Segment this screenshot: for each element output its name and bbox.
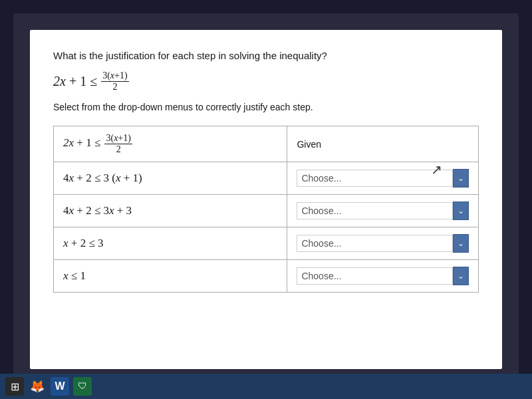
dropdown-btn-3[interactable]: ⌄: [453, 201, 469, 220]
instruction: Select from the drop-down menus to corre…: [53, 102, 479, 112]
screen: What is the justification for each step …: [13, 13, 519, 386]
dropdown-text-4: Choose...: [297, 235, 453, 252]
step-cell-2: 4x + 2 ≤ 3 (x + 1): [54, 162, 287, 195]
start-button[interactable]: ⊞: [5, 377, 24, 396]
dropdown-5[interactable]: Choose... ⌄: [297, 267, 469, 285]
table-row: 4x + 2 ≤ 3 (x + 1) Choose... ⌄: [54, 162, 479, 195]
dropdown-3[interactable]: Choose... ⌄: [297, 201, 469, 220]
dropdown-btn-5[interactable]: ⌄: [453, 267, 469, 285]
table-row: x + 2 ≤ 3 Choose... ⌄: [54, 227, 479, 260]
word-icon[interactable]: W: [51, 377, 69, 396]
step-cell-1: 2x + 1 ≤ 3(x+1) 2: [54, 126, 287, 162]
justify-cell-1: Given: [287, 126, 479, 162]
dropdown-text-2: Choose...: [297, 170, 453, 187]
step-cell-5: x ≤ 1: [54, 260, 287, 293]
step-cell-3: 4x + 2 ≤ 3x + 3: [54, 195, 287, 227]
table-row: 4x + 2 ≤ 3x + 3 Choose... ⌄: [54, 195, 479, 227]
step-cell-4: x + 2 ≤ 3: [54, 227, 287, 260]
firefox-icon[interactable]: 🦊: [28, 377, 47, 396]
equation-lhs: 2x + 1 ≤: [53, 74, 97, 89]
paper: What is the justification for each step …: [30, 30, 502, 369]
dropdown-text-3: Choose...: [297, 202, 453, 219]
justify-cell-3: Choose... ⌄: [287, 195, 479, 227]
table-row: 2x + 1 ≤ 3(x+1) 2 Given: [54, 126, 479, 162]
justify-cell-4: Choose... ⌄: [287, 227, 479, 260]
justify-cell-2: Choose... ⌄: [287, 162, 479, 195]
table-row: x ≤ 1 Choose... ⌄: [54, 260, 479, 293]
shield-icon[interactable]: 🛡: [73, 377, 92, 396]
dropdown-text-5: Choose...: [297, 267, 453, 285]
dropdown-btn-2[interactable]: ⌄: [453, 169, 469, 188]
main-equation: 2x + 1 ≤ 3(x+1) 2: [53, 70, 479, 92]
dropdown-4[interactable]: Choose... ⌄: [297, 234, 469, 253]
taskbar: ⊞ 🦊 W 🛡: [0, 374, 532, 399]
question-title: What is the justification for each step …: [53, 50, 479, 61]
cursor-arrow: ↖: [431, 162, 442, 178]
steps-table: 2x + 1 ≤ 3(x+1) 2 Given 4x + 2 ≤ 3 (x + …: [53, 126, 479, 293]
justify-cell-5: Choose... ⌄: [287, 260, 479, 293]
dropdown-btn-4[interactable]: ⌄: [453, 234, 469, 253]
dropdown-2[interactable]: Choose... ⌄: [297, 169, 469, 188]
equation-fraction: 3(x+1) 2: [101, 70, 128, 92]
